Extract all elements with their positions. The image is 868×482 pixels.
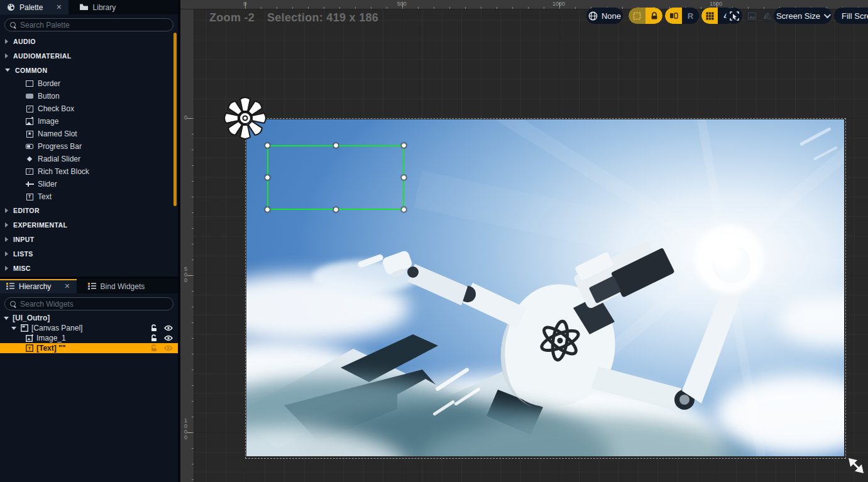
palette-item-label: Radial Slider	[38, 155, 80, 163]
canvas-panel-icon	[20, 324, 29, 332]
grid-snap-button[interactable]	[701, 8, 718, 24]
palette-item-slider[interactable]: Slider	[0, 178, 178, 190]
close-icon[interactable]: ✕	[64, 282, 70, 290]
palette-item-named-slot[interactable]: ★ Named Slot	[0, 128, 178, 140]
search-icon	[10, 301, 16, 307]
anchor-widget-icon[interactable]	[223, 96, 267, 140]
border-icon	[25, 79, 34, 88]
resize-handle-nw[interactable]	[265, 143, 270, 148]
tree-row-image-1[interactable]: Image_1	[0, 333, 178, 343]
palette-category-audio[interactable]: AUDIO	[0, 34, 178, 48]
category-label: MISC	[13, 265, 31, 272]
image-mountains-icon	[748, 13, 756, 19]
tab-library[interactable]: Library	[74, 0, 123, 14]
ruler-tick-label: 1500	[710, 1, 722, 7]
resize-handle-e[interactable]	[401, 175, 407, 180]
localization-preview-button[interactable]: R	[682, 8, 699, 24]
chevron-right-icon	[5, 53, 8, 58]
close-icon[interactable]: ✕	[56, 3, 62, 11]
preview-image-button[interactable]	[745, 9, 759, 23]
designer-viewport: 0 500 1000 1500 0 500 1000 Zoom -2 Selec…	[180, 0, 868, 482]
dashed-square-icon	[633, 12, 641, 20]
hierarchy-search[interactable]	[4, 297, 173, 310]
tree-row-text-selected[interactable]: T [Text] ""	[0, 343, 178, 353]
unlock-icon[interactable]	[150, 324, 158, 332]
palette-category-lists[interactable]: LISTS	[0, 246, 178, 261]
globe-icon	[588, 11, 598, 21]
ruler-tick-label: 500	[184, 266, 188, 283]
visibility-eye-icon[interactable]	[164, 325, 173, 331]
canvas-resize-handle[interactable]	[849, 458, 864, 473]
visibility-eye-icon[interactable]	[164, 335, 173, 341]
palette-item-check-box[interactable]: ✓ Check Box	[0, 102, 178, 115]
resize-handle-sw[interactable]	[265, 207, 270, 212]
category-label: AUDIOMATERIAL	[13, 52, 72, 60]
rich-text-icon: /	[25, 167, 34, 176]
palette-category-editor[interactable]: EDITOR	[0, 203, 178, 217]
palette-category-common[interactable]: COMMON	[0, 63, 178, 77]
tab-hierarchy-label: Hierarchy	[19, 282, 51, 291]
palette-category-experimental[interactable]: EXPERIMENTAL	[0, 217, 178, 232]
resize-handle-w[interactable]	[265, 175, 270, 180]
zoom-level-label: Zoom -2	[209, 11, 255, 25]
selection-size-label: Selection: 419 x 186	[267, 11, 378, 25]
show-outlines-button[interactable]	[629, 8, 646, 24]
palette-category-misc[interactable]: MISC	[0, 261, 178, 275]
tree-row-label: [Canvas Panel]	[31, 324, 82, 332]
palette-item-button[interactable]: Button	[0, 90, 178, 102]
tree-row-ui-outro[interactable]: [UI_Outro]	[0, 313, 178, 323]
hierarchy-search-input[interactable]	[20, 300, 168, 309]
fill-screen-button[interactable]: Fill Screen	[834, 8, 868, 24]
palette-item-image[interactable]: Image	[0, 115, 178, 128]
flip-preview-button[interactable]	[665, 8, 682, 24]
chevron-right-icon	[5, 251, 8, 256]
tree-row-label: Image_1	[36, 334, 66, 342]
palette-item-progress-bar[interactable]: Progress Bar	[0, 140, 178, 153]
tab-bind-widgets[interactable]: Bind Widgets	[82, 279, 151, 293]
named-slot-icon: ★	[25, 129, 34, 138]
palette-item-text[interactable]: T Text	[0, 190, 178, 203]
ruler-tick-label: 1000	[552, 1, 565, 7]
palette-item-label: Button	[38, 92, 60, 101]
visibility-eye-icon[interactable]	[164, 345, 173, 351]
palette-item-label: Slider	[38, 180, 57, 189]
category-label: INPUT	[13, 236, 35, 243]
lock-widgets-button[interactable]	[646, 8, 662, 24]
tab-palette[interactable]: Palette ✕	[0, 0, 69, 14]
flip-respect-group: R	[665, 8, 699, 24]
palette-item-rich-text-block[interactable]: / Rich Text Block	[0, 165, 178, 178]
palette-category-input[interactable]: INPUT	[0, 232, 178, 246]
resize-handle-se[interactable]	[401, 207, 407, 212]
tab-library-label: Library	[93, 3, 116, 12]
widget-blueprint-editor: Palette ✕ Library AUDIO	[0, 0, 868, 482]
palette-item-radial-slider[interactable]: Radial Slider	[0, 153, 178, 165]
tree-row-canvas-panel[interactable]: [Canvas Panel]	[0, 323, 178, 333]
screen-size-dropdown[interactable]: Screen Size	[774, 8, 832, 24]
resize-handle-s[interactable]	[333, 207, 339, 212]
unlock-icon[interactable]	[150, 334, 158, 342]
flip-layout-icon	[669, 12, 678, 19]
resize-handle-n[interactable]	[333, 143, 339, 148]
palette-search[interactable]	[4, 18, 173, 31]
preview-background-button[interactable]: None	[586, 8, 623, 24]
palette-item-label: Named Slot	[38, 129, 77, 138]
search-icon	[10, 22, 16, 28]
resize-handle-ne[interactable]	[401, 143, 407, 148]
palette-search-input[interactable]	[20, 21, 168, 30]
chevron-right-icon	[5, 266, 8, 271]
palette-item-label: Check Box	[38, 104, 74, 113]
mirror-preview-button[interactable]	[760, 9, 774, 23]
bind-widgets-icon	[88, 283, 96, 290]
zoom-to-fit-button[interactable]	[726, 8, 742, 24]
radial-slider-icon	[25, 155, 34, 163]
tab-hierarchy[interactable]: Hierarchy ✕	[0, 279, 77, 293]
palette-item-label: Image	[38, 117, 58, 126]
chevron-right-icon	[5, 39, 8, 44]
selection-rect[interactable]	[267, 145, 404, 210]
palette-scrollbar[interactable]	[173, 33, 177, 206]
palette-category-audiomaterial[interactable]: AUDIOMATERIAL	[0, 48, 178, 63]
left-panel-column: Palette ✕ Library AUDIO	[0, 0, 180, 482]
unlock-icon[interactable]	[150, 344, 158, 352]
palette-item-border[interactable]: Border	[0, 77, 178, 90]
svg-text:T: T	[28, 346, 31, 351]
